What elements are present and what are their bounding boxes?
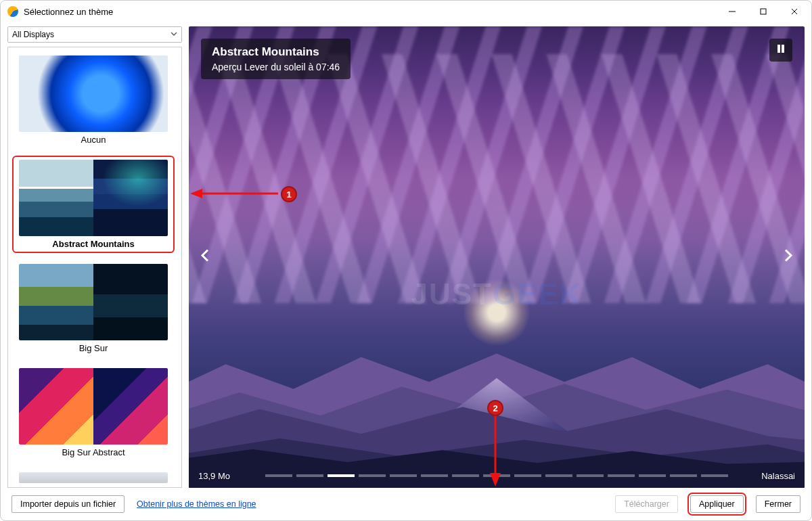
titlebar: Sélectionnez un thème xyxy=(1,1,811,22)
preview-dot[interactable] xyxy=(670,474,697,477)
app-icon xyxy=(7,6,18,17)
watermark: JUSTGEEK xyxy=(411,277,582,311)
theme-item-none[interactable]: Aucun xyxy=(12,51,175,149)
theme-label: Big Sur xyxy=(79,343,108,353)
preview-dot[interactable] xyxy=(577,474,604,477)
theme-item-abstract-mountains[interactable]: Abstract Mountains xyxy=(12,156,175,253)
svg-rect-1 xyxy=(777,45,780,53)
window-title: Sélectionnez un thème xyxy=(24,7,113,17)
preview-dot[interactable] xyxy=(421,474,448,477)
svg-rect-0 xyxy=(761,9,766,14)
preview-dots[interactable] xyxy=(265,474,728,477)
pause-icon xyxy=(776,44,786,56)
preview-dot[interactable] xyxy=(265,474,292,477)
preview-dot[interactable] xyxy=(483,474,510,477)
display-selector[interactable]: All Displays xyxy=(7,26,182,43)
theme-thumb xyxy=(19,264,168,340)
preview-dot[interactable] xyxy=(545,474,572,477)
theme-item-next[interactable] xyxy=(12,468,175,487)
preview-dot[interactable] xyxy=(701,474,728,477)
theme-label: Abstract Mountains xyxy=(52,239,134,249)
preview-dot[interactable] xyxy=(296,474,323,477)
preview-size: 13,9 Mo xyxy=(198,471,230,481)
theme-thumb xyxy=(19,472,168,483)
close-dialog-button[interactable]: Fermer xyxy=(756,495,800,513)
preview-dot[interactable] xyxy=(452,474,479,477)
apply-button[interactable]: Appliquer xyxy=(690,495,744,513)
svg-rect-2 xyxy=(782,45,784,53)
preview-title-panel: Abstract Mountains Aperçu Lever du solei… xyxy=(201,39,351,79)
theme-item-big-sur-abstract[interactable]: Big Sur Abstract xyxy=(12,364,175,461)
sidebar: All Displays Aucun Abstract Mountains xyxy=(7,26,182,488)
preview-next-button[interactable] xyxy=(776,241,800,274)
preview-dot[interactable] xyxy=(608,474,635,477)
theme-item-big-sur[interactable]: Big Sur xyxy=(12,260,175,357)
download-button: Télécharger xyxy=(615,495,678,513)
chevron-right-icon xyxy=(783,252,794,267)
preview-pane: JUSTGEEK Abstract Mountains Aperçu Lever… xyxy=(189,26,805,488)
close-button-label: Fermer xyxy=(765,499,792,509)
theme-list: Aucun Abstract Mountains Big Sur xyxy=(7,47,182,488)
pause-button[interactable] xyxy=(769,39,792,62)
preview-subtitle: Aperçu Lever du soleil à 07:46 xyxy=(212,62,340,72)
chevron-left-icon xyxy=(200,252,210,267)
preview-prev-button[interactable] xyxy=(193,241,217,274)
theme-thumb xyxy=(19,368,168,445)
preview-image xyxy=(189,26,805,488)
more-themes-link[interactable]: Obtenir plus de thèmes en ligne xyxy=(137,499,256,509)
theme-thumb xyxy=(19,160,168,236)
chevron-down-icon xyxy=(171,30,177,39)
footer: Importer depuis un fichier Obtenir plus … xyxy=(1,488,811,520)
preview-dot[interactable] xyxy=(359,474,386,477)
apply-button-label: Appliquer xyxy=(699,499,735,509)
preview-dot[interactable] xyxy=(639,474,666,477)
minimize-button[interactable] xyxy=(717,1,748,22)
preview-dot[interactable] xyxy=(390,474,417,477)
maximize-button[interactable] xyxy=(748,1,779,22)
download-button-label: Télécharger xyxy=(624,499,669,509)
theme-list-scroll[interactable]: Aucun Abstract Mountains Big Sur xyxy=(8,47,181,487)
import-button[interactable]: Importer depuis un fichier xyxy=(12,495,125,513)
preview-dot[interactable] xyxy=(328,474,355,477)
display-selector-value: All Displays xyxy=(12,30,54,39)
import-button-label: Importer depuis un fichier xyxy=(20,499,116,509)
theme-label: Aucun xyxy=(81,135,106,145)
preview-author: Nalassai xyxy=(761,471,795,481)
preview-title: Abstract Mountains xyxy=(212,45,340,59)
preview-dot[interactable] xyxy=(514,474,541,477)
theme-thumb xyxy=(19,55,168,132)
theme-label: Big Sur Abstract xyxy=(62,447,125,457)
close-button[interactable] xyxy=(779,1,810,22)
